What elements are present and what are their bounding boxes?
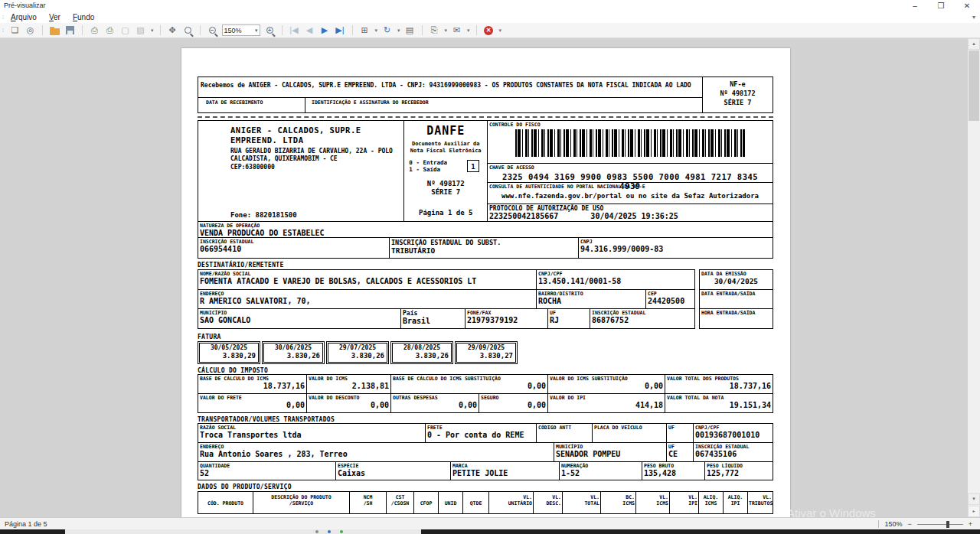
print-icon[interactable]: ⎙ <box>89 24 100 37</box>
scroll-up-icon[interactable]: ▲ <box>968 38 980 50</box>
document-icon[interactable]: ▤ <box>404 24 416 37</box>
produtos-col: VL.UNITÁRIO <box>489 492 534 513</box>
produtos-col: QTDE <box>463 492 489 513</box>
refresh-icon[interactable]: ↻ <box>381 24 393 37</box>
natureza-label: NATUREZA DE OPERAÇÃO <box>200 223 771 229</box>
produtos-col: ALIQ.IPI <box>724 492 748 513</box>
print-direct-icon[interactable]: ⎙ <box>104 24 116 37</box>
zoom-combo-caret-icon[interactable]: ▾ <box>255 28 258 34</box>
preview-panes-icon[interactable]: ❏ <box>9 24 21 37</box>
titlebar: Pré-visualizar – ❐ ✕ <box>0 0 980 11</box>
zoom-out-icon[interactable]: − <box>207 24 218 37</box>
inscricoes-row: INSCRIÇÃO ESTADUAL 066954410 INSCRIÇÃO E… <box>198 237 773 259</box>
multi-page-view-icon[interactable]: ⊞ <box>359 24 371 37</box>
transp-numeracao-cell: NUMERAÇÃO 1-52 <box>560 462 642 480</box>
scroll-right-icon[interactable]: ▸ <box>968 506 980 517</box>
menu-fundo[interactable]: Fundo <box>73 13 94 21</box>
image-mode-caret-icon[interactable]: ▾ <box>151 28 154 34</box>
export-page-icon[interactable]: ⎘ <box>429 24 440 37</box>
menu-ver[interactable]: Ver <box>49 13 60 21</box>
dest-municipio-value: SAO GONCALO <box>200 316 399 324</box>
transp-uf-cell: UF <box>667 424 694 442</box>
scrollbar-thumb[interactable] <box>969 50 979 121</box>
next-page-button[interactable]: ▶ <box>319 24 331 37</box>
imposto-row-1: BASE DE CÁLCULO DO ICMS 18.737,16 VALOR … <box>198 374 773 394</box>
chave-acesso-row: CHAVE DE ACESSO 2325 0494 3169 9900 0983… <box>488 164 773 183</box>
receipt-left: Recebemos de ANIGER - CALCADOS, SUPR.E E… <box>198 77 703 112</box>
natureza-row: NATUREZA DE OPERAÇÃO VENDA PRODUCAO DO E… <box>198 221 773 238</box>
statusbar-zoom-value: 150% <box>884 520 902 528</box>
protocolo-number: 223250042185667 <box>489 212 558 220</box>
protocolo-datetime: 30/04/2025 19:36:25 <box>590 212 678 220</box>
zoom-select-icon[interactable] <box>182 24 194 37</box>
danfe-number: Nº 498172 <box>404 180 487 188</box>
magnifier-plus-glyph: + <box>266 27 273 34</box>
statusbar: Página 1 de 5 150% − + <box>0 517 980 529</box>
export-caret-icon[interactable]: ▾ <box>445 28 448 34</box>
natureza-cell: NATUREZA DE OPERAÇÃO VENDA PRODUCAO DO E… <box>198 222 773 237</box>
zoom-out-button[interactable]: − <box>907 520 911 528</box>
transp-ie-cell: INSCRIÇÃO ESTADUAL 067435106 <box>694 443 773 461</box>
page-preview-icon[interactable]: ▢ <box>119 24 131 37</box>
vertical-scrollbar[interactable]: ▲ ▼ <box>968 38 980 517</box>
folder-glyph <box>50 28 60 35</box>
multi-page-caret-icon[interactable]: ▾ <box>375 28 378 34</box>
zoom-in-icon[interactable]: + <box>264 24 276 37</box>
fatura-value: 3.830,26 <box>395 352 449 360</box>
dest-fone-value: 21979379192 <box>467 316 546 324</box>
produtos-col: CÓD. PRODUTO <box>198 492 253 513</box>
dest-cnpj-cell: CNPJ/CPF 13.450.141/0001-58 <box>537 270 694 289</box>
taskbar-app-dot-icon <box>315 530 318 533</box>
close-preview-caret-icon[interactable]: ▾ <box>499 28 502 34</box>
mail-caret-icon[interactable]: ▾ <box>467 28 470 34</box>
find-icon[interactable]: ◎ <box>24 24 36 37</box>
dest-endereco-label: ENDEREÇO <box>200 291 534 297</box>
imposto-cell: VALOR DO ICMS SUBSTITUIÇÃO 0,00 <box>548 375 665 393</box>
menu-arquivo[interactable]: Arquivo <box>11 13 37 21</box>
protocolo-label: PROTOCOLO DE AUTORIZAÇÃO DE USO <box>489 205 771 212</box>
pan-hand-icon[interactable]: ✥ <box>167 24 178 37</box>
menubar-overflow-icon[interactable]: ▾ <box>972 14 975 21</box>
toolbar-separator <box>282 25 283 35</box>
menubar-grip-icon: ⁞ <box>2 14 4 21</box>
windows-taskbar[interactable] <box>0 529 980 534</box>
produtos-col: BC.ICMS <box>601 492 636 513</box>
produtos-col: CST/CSOSN <box>387 492 414 513</box>
mail-icon[interactable]: ✉ <box>451 24 462 37</box>
emissao-box: DATA DA EMISSÃO 30/04/2025 <box>699 269 773 290</box>
dest-nome-label: NOME/RAZÃO SOCIAL <box>200 271 534 277</box>
produtos-col: VL.TOTAL <box>563 492 601 513</box>
transp-frete-cell: FRETE 0 - Por conta do REME <box>426 424 537 442</box>
previous-page-button[interactable]: ◀ <box>304 24 315 37</box>
save-icon[interactable] <box>64 24 76 37</box>
image-mode-icon[interactable]: ▧ <box>135 24 146 37</box>
zoom-in-button[interactable]: + <box>969 520 972 528</box>
close-preview-icon[interactable]: ✕ <box>483 24 495 37</box>
open-folder-icon[interactable] <box>49 24 60 37</box>
close-button[interactable]: ✕ <box>954 2 980 10</box>
zoom-level-combobox[interactable]: 150% ▾ <box>222 24 260 36</box>
imposto-cell: VALOR TOTAL DOS PRODUTOS 18.737,16 <box>665 375 773 393</box>
scroll-down-icon[interactable]: ▼ <box>968 493 980 505</box>
imposto-cell: VALOR DO FRETE 0,00 <box>198 394 307 412</box>
maximize-button[interactable]: ❐ <box>928 2 954 10</box>
danfe-title: DANFE <box>404 124 487 138</box>
cnpj-value: 94.316.999/0009-83 <box>580 245 771 253</box>
danfe-page-indicator: Página 1 de 5 <box>404 209 487 217</box>
transp-cnpj-cell: CNPJ/CPF 00193687001010 <box>694 424 773 442</box>
fatura-value: 3.830,29 <box>202 352 256 360</box>
toolbar-separator <box>42 25 43 35</box>
zoom-slider[interactable] <box>917 520 963 528</box>
consulta-url: www.nfe.fazenda.gov.br/portal ou no site… <box>489 192 771 200</box>
minimize-button[interactable]: – <box>902 2 928 10</box>
zoom-slider-thumb[interactable] <box>946 521 949 528</box>
refresh-caret-icon[interactable]: ▾ <box>397 28 400 34</box>
data-entrada-label: DATA ENTRADA/SAÍDA <box>701 291 771 297</box>
produtos-col: VL.DESC. <box>534 492 563 513</box>
emitter-address: RUA GERALDO BIZARRIA DE CARVALHO, 22A - … <box>230 148 400 163</box>
chave-acesso-label: CHAVE DE ACESSO <box>489 164 771 171</box>
toolbar-separator <box>422 25 423 35</box>
ie-subst-label-2: TRIBUTÁRIO <box>391 246 577 255</box>
first-page-button[interactable]: |◀ <box>289 24 300 37</box>
last-page-button[interactable]: ▶| <box>335 24 346 37</box>
